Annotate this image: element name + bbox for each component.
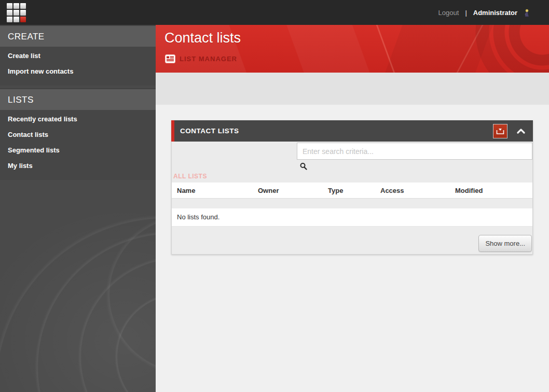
main-content: Contact lists LIST MANAGER — [156, 25, 549, 392]
sidebar: CREATE Create list Import new contacts L… — [0, 25, 156, 392]
column-header-modified: Modified — [455, 187, 483, 194]
sidebar-create-items: Create list Import new contacts — [0, 47, 156, 86]
logo-grid-icon[interactable] — [7, 3, 26, 22]
search-section: ALL LISTS — [172, 142, 532, 183]
group-label-all-lists: ALL LISTS — [173, 173, 207, 180]
header-spacer-band — [156, 73, 549, 105]
page-header: Contact lists LIST MANAGER — [156, 25, 549, 73]
panel-title: CONTACT LISTS — [180, 127, 239, 135]
sidebar-item-my-lists[interactable]: My lists — [0, 158, 156, 174]
sidebar-lists-items: Recently created lists Contact lists Seg… — [0, 110, 156, 180]
sidebar-item-segmented-lists[interactable]: Segmented lists — [0, 143, 156, 158]
current-user-link[interactable]: Administrator — [473, 9, 517, 17]
panel-body: ALL LISTS Name Owner Type Access Modifie… — [171, 142, 533, 255]
column-header-type: Type — [328, 187, 343, 194]
app-label: LIST MANAGER — [180, 55, 237, 63]
app-label-row: LIST MANAGER — [165, 54, 237, 63]
collapse-panel-button[interactable] — [516, 126, 526, 136]
topbar-separator: | — [465, 9, 466, 17]
magnifier-icon — [299, 162, 308, 171]
empty-message: No lists found. — [177, 213, 219, 221]
search-button[interactable] — [299, 162, 308, 172]
table-stripe-row — [172, 199, 532, 208]
table-empty-row: No lists found. — [172, 208, 532, 227]
table-header-row: Name Owner Type Access Modified — [172, 183, 532, 199]
import-tray-button[interactable] — [493, 124, 507, 138]
topbar: Logout | Administrator — [0, 0, 549, 25]
sidebar-section-create: CREATE — [0, 25, 156, 47]
sidebar-item-contact-lists[interactable]: Contact lists — [0, 127, 156, 143]
search-input[interactable] — [297, 143, 532, 160]
column-header-access: Access — [380, 187, 404, 194]
import-tray-icon — [496, 128, 504, 135]
person-figurine-icon — [524, 8, 530, 17]
panel-header: CONTACT LISTS — [171, 120, 533, 142]
chevron-up-icon — [517, 129, 525, 134]
column-header-owner: Owner — [258, 187, 279, 194]
sidebar-item-create-list[interactable]: Create list — [0, 48, 156, 64]
list-document-icon — [165, 54, 175, 63]
topbar-user-area: Logout | Administrator — [438, 0, 530, 25]
panel-controls — [493, 124, 526, 138]
sidebar-item-import-new-contacts[interactable]: Import new contacts — [0, 64, 156, 79]
show-more-button[interactable]: Show more... — [478, 235, 532, 252]
column-header-name: Name — [177, 187, 195, 194]
logout-link[interactable]: Logout — [438, 9, 459, 17]
app-window: Logout | Administrator CREATE Create lis… — [0, 0, 549, 392]
contact-lists-panel: CONTACT LISTS — [171, 120, 533, 255]
panel-footer: Show more... — [172, 227, 532, 254]
sidebar-section-lists: LISTS — [0, 88, 156, 110]
page-title: Contact lists — [164, 30, 241, 46]
sidebar-item-recently-created-lists[interactable]: Recently created lists — [0, 111, 156, 127]
